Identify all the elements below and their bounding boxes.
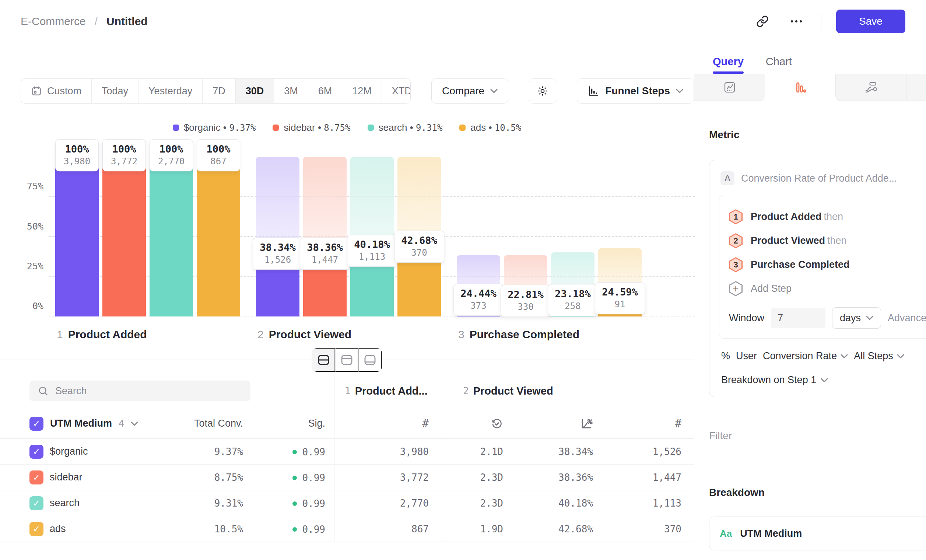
funnel-bar-search[interactable]: 100%2,770 (150, 157, 193, 316)
row-checkbox[interactable]: ✓ (29, 496, 44, 510)
total-conv-column-header[interactable]: Total Conv. (171, 418, 243, 429)
link-icon (756, 15, 769, 28)
chart-type-selector[interactable]: Funnel Steps (577, 79, 694, 103)
legend-item[interactable]: sidebar • 8.75% (272, 122, 350, 133)
group-column-label[interactable]: UTM Medium (50, 418, 112, 429)
legend-item[interactable]: $organic • 9.37% (173, 122, 256, 133)
tooltip-count: 258 (555, 301, 591, 311)
date-range-custom[interactable]: Custom (21, 79, 91, 103)
date-range-today[interactable]: Today (91, 79, 138, 103)
metric-card: A Conversion Rate of Product Adde... 1Pr… (709, 160, 926, 397)
measure-user-label[interactable]: User (736, 350, 757, 362)
step-number: 2 (463, 385, 469, 397)
row-checkbox[interactable]: ✓ (29, 471, 44, 484)
breakdown-item-card[interactable]: Aa UTM Medium ••• (709, 516, 926, 551)
table-search[interactable] (29, 381, 250, 401)
row-sig: 0.99 (243, 523, 334, 535)
window-value-input[interactable] (771, 308, 825, 328)
date-range-7d[interactable]: 7D (202, 79, 235, 103)
chart-type-scatter[interactable] (906, 74, 926, 101)
string-property-icon: Aa (720, 528, 732, 539)
date-range-12m[interactable]: 12M (342, 79, 381, 103)
legend-item[interactable]: search • 9.31% (368, 122, 443, 133)
row-step2-count: 370 (604, 524, 681, 534)
funnel-bar-organic[interactable]: 24.44%373 (457, 157, 500, 316)
breakdown-on-step-dropdown[interactable]: Breakdown on Step 1 (719, 374, 926, 386)
funnel-bar-ads[interactable]: 100%867 (197, 157, 240, 316)
funnel-bar-sidebar[interactable]: 100%3,772 (102, 157, 146, 316)
page-title[interactable]: Untitled (106, 15, 148, 28)
y-axis-tick-label: 0% (14, 301, 44, 311)
measure-scope-dropdown[interactable]: All Steps (854, 350, 904, 362)
date-range-30d[interactable]: 30D (235, 79, 274, 103)
breakdown-on-step-label: Breakdown on Step 1 (721, 374, 816, 386)
funnel-step-axis-label: 1Product Added (57, 328, 147, 341)
funnel-bar-sidebar[interactable]: 38.36%1,447 (303, 157, 346, 316)
row-name[interactable]: $organic (50, 446, 171, 457)
tooltip-count: 3,772 (109, 156, 139, 166)
funnel-bar-search[interactable]: 23.18%258 (551, 157, 595, 316)
more-menu-button[interactable] (787, 16, 806, 27)
date-range-xtd[interactable]: XTD (381, 79, 411, 103)
row-name[interactable]: search (50, 497, 171, 509)
top-bar: E-Commerce / Untitled Save (0, 0, 926, 43)
row-checkbox[interactable]: ✓ (29, 522, 44, 536)
row-step2-count: 1,526 (604, 446, 681, 457)
funnel-bar-ads[interactable]: 42.68%370 (398, 157, 441, 316)
view-toggle-table[interactable] (359, 348, 382, 372)
view-toggle-chart[interactable] (336, 348, 359, 372)
add-step-button[interactable]: + Add Step (729, 281, 926, 296)
row-name[interactable]: ads (50, 523, 171, 534)
step2-time-column-header[interactable] (442, 409, 512, 439)
view-toggle-split[interactable] (312, 348, 336, 372)
advanced-toggle[interactable]: Advanced (888, 312, 926, 324)
row-step2-conv: 38.36% (512, 472, 604, 483)
legend-label: search • 9.31% (379, 122, 443, 133)
step-hexagon-badge: 2 (729, 233, 743, 248)
search-input[interactable] (55, 385, 242, 397)
funnel-steps-card: 1Product Addedthen2Product Viewedthen3Pu… (719, 195, 926, 339)
funnel-bar-search[interactable]: 40.18%1,113 (350, 157, 394, 316)
tab-query[interactable]: Query (713, 56, 744, 74)
row-checkbox[interactable]: ✓ (29, 445, 44, 459)
chart-type-flows[interactable] (835, 74, 906, 101)
step2-count-column-header[interactable]: # (604, 417, 681, 430)
metric-step-row[interactable]: 2Product Viewedthen (729, 233, 926, 248)
compare-button[interactable]: Compare (431, 79, 508, 103)
metric-series-badge: A (720, 171, 734, 185)
window-unit-select[interactable]: days (832, 307, 881, 328)
filter-section-header: Filter + (709, 428, 926, 443)
legend-item[interactable]: ads • 10.5% (459, 122, 521, 133)
step1-count-column-header[interactable]: # (334, 409, 442, 439)
measure-type-dropdown[interactable]: Conversion Rate (763, 350, 848, 362)
chart-type-funnel[interactable] (765, 74, 835, 101)
sig-column-header[interactable]: Sig. (243, 418, 334, 429)
breadcrumb-project[interactable]: E-Commerce (21, 15, 86, 28)
tab-chart[interactable]: Chart (766, 56, 792, 74)
row-name[interactable]: sidebar (50, 472, 171, 483)
date-range-3m[interactable]: 3M (274, 79, 308, 103)
bottom-panel-icon (363, 354, 377, 366)
save-button[interactable]: Save (836, 9, 905, 33)
metric-step-row[interactable]: 1Product Addedthen (729, 209, 926, 224)
chevron-down-icon (897, 354, 904, 359)
metric-title[interactable]: Conversion Rate of Product Adde... (741, 173, 897, 184)
date-range-6m[interactable]: 6M (308, 79, 342, 103)
share-link-button[interactable] (753, 12, 772, 30)
date-range-yesterday[interactable]: Yesterday (138, 79, 202, 103)
funnel-bar-organic[interactable]: 100%3,980 (55, 157, 99, 316)
funnel-bar-sidebar[interactable]: 22.81%330 (504, 157, 547, 316)
conversion-window-row: Window days Advanced (729, 307, 926, 328)
funnel-groups: 100%3,980100%3,772100%2,770100%8671Produ… (55, 157, 642, 316)
funnel-bar-ads[interactable]: 24.59%91 (598, 157, 642, 316)
row-step2-count: 1,113 (604, 498, 681, 509)
step2-conv-column-header[interactable] (512, 409, 604, 439)
chart-settings-button[interactable] (529, 79, 556, 103)
metric-step-row[interactable]: 3Purchase Completed (729, 257, 926, 272)
funnel-bar-organic[interactable]: 38.34%1,526 (256, 157, 300, 316)
chart-type-line[interactable] (694, 74, 765, 101)
tooltip-pct: 42.68% (401, 235, 437, 246)
top-panel-icon (340, 354, 354, 366)
time-to-convert-icon (491, 418, 503, 430)
select-all-checkbox[interactable]: ✓ (29, 417, 44, 431)
